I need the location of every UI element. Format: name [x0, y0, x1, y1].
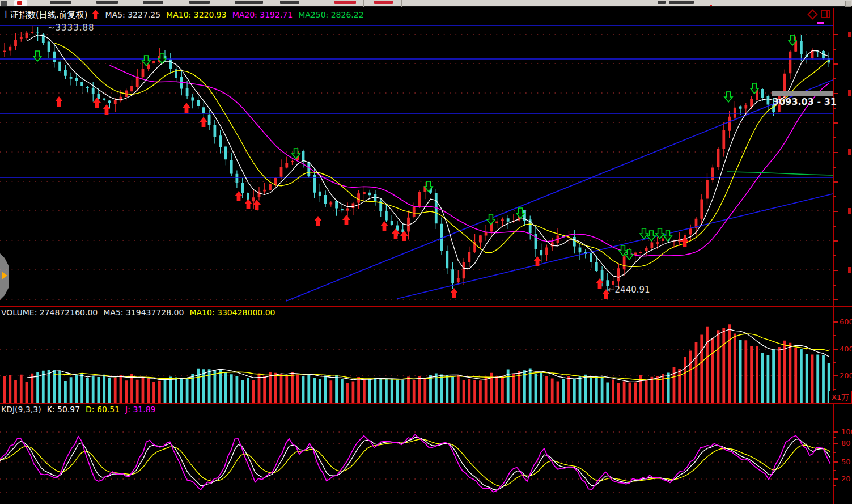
menu-red-button-2[interactable]	[374, 1, 393, 4]
up-arrow-icon	[92, 10, 99, 20]
volume-unit-label: X1万	[829, 391, 852, 403]
volume-ma10-value: MA10: 330428000.00	[189, 308, 275, 317]
crosshair-price-label: 3093.03 - 31	[773, 96, 837, 107]
menu-item-clipped[interactable]	[50, 1, 71, 4]
menu-right-icon[interactable]	[658, 1, 666, 4]
menu-item-clipped[interactable]	[235, 1, 263, 4]
crosshair-highlight-bar	[772, 91, 833, 96]
kdj-axis-label: 80	[841, 439, 851, 447]
kdj-axis-label: 50	[841, 458, 851, 466]
symbol-title: 上证指数(日线.前复权)	[2, 10, 87, 20]
volume-ma5-value: MA5: 319437728.00	[103, 308, 184, 317]
ma10-value: MA10: 3220.93	[166, 10, 227, 19]
kdj-d-value: D: 60.51	[86, 405, 120, 414]
ma20-value: MA20: 3192.71	[232, 10, 293, 19]
kdj-k-value: K: 50.97	[47, 405, 80, 414]
magenta-marker-icon	[817, 22, 824, 24]
volume-axis-label: 600	[840, 317, 852, 326]
volume-value: VOLUME: 274872160.00	[1, 308, 98, 317]
volume-axis-label: 400	[840, 345, 852, 353]
expand-arrow-icon[interactable]	[2, 272, 7, 279]
app-icon[interactable]	[1, 1, 7, 6]
main-chart-header: 上证指数(日线.前复权)MA5: 3227.25MA10: 3220.93MA2…	[2, 10, 370, 20]
chart-svg	[0, 0, 852, 504]
menu-item-clipped[interactable]	[280, 1, 299, 4]
ma5-value: MA5: 3227.25	[105, 10, 160, 19]
menu-bar	[0, 0, 852, 7]
menu-item-clipped[interactable]	[189, 1, 210, 4]
volume-header: VOLUME: 274872160.00MA5: 319437728.00MA1…	[1, 308, 281, 317]
menu-item-clipped[interactable]	[96, 1, 118, 4]
kdj-axis-label: 100	[841, 427, 852, 436]
split-window-icon[interactable]	[821, 10, 830, 18]
kdj-j-value: J: 31.89	[125, 405, 155, 414]
kdj-name: KDJ(9,3,3)	[1, 405, 41, 414]
kdj-header: KDJ(9,3,3)K: 50.97D: 60.51J: 31.89	[1, 405, 161, 414]
volume-axis-label: 200	[840, 371, 852, 380]
ma250-value: MA250: 2826.22	[298, 10, 363, 19]
logo-icon	[14, 0, 27, 6]
high-price-annotation: ~3333.88	[48, 23, 95, 33]
trading-app-window: 上证指数(日线.前复权)MA5: 3227.25MA10: 3220.93MA2…	[0, 0, 852, 504]
notification-dot	[710, 5, 712, 6]
menu-right-label-clipped	[669, 1, 694, 4]
low-price-annotation: ←2440.91	[608, 285, 650, 295]
kdj-axis-label: 20	[841, 475, 851, 483]
menu-overflow-button[interactable]	[845, 1, 851, 7]
menu-item-clipped[interactable]	[143, 1, 163, 4]
chart-canvas[interactable]	[0, 0, 852, 504]
menu-red-button-1[interactable]	[334, 1, 356, 4]
